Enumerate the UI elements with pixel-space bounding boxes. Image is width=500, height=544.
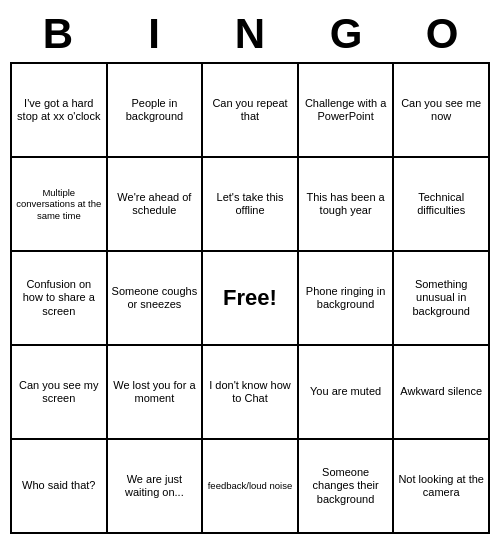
bingo-cell-14[interactable]: Something unusual in background: [394, 252, 490, 346]
bingo-cell-21[interactable]: We are just waiting on...: [108, 440, 204, 534]
bingo-cell-10[interactable]: Confusion on how to share a screen: [12, 252, 108, 346]
bingo-letter-o: O: [394, 10, 490, 58]
bingo-cell-24[interactable]: Not looking at the camera: [394, 440, 490, 534]
bingo-cell-15[interactable]: Can you see my screen: [12, 346, 108, 440]
bingo-letter-g: G: [298, 10, 394, 58]
bingo-letter-b: B: [10, 10, 106, 58]
bingo-cell-0[interactable]: I've got a hard stop at xx o'clock: [12, 64, 108, 158]
bingo-cell-12[interactable]: Free!: [203, 252, 299, 346]
bingo-cell-3[interactable]: Challenge with a PowerPoint: [299, 64, 395, 158]
bingo-cell-7[interactable]: Let's take this offline: [203, 158, 299, 252]
bingo-cell-22[interactable]: feedback/loud noise: [203, 440, 299, 534]
bingo-cell-9[interactable]: Technical difficulties: [394, 158, 490, 252]
bingo-cell-11[interactable]: Someone coughs or sneezes: [108, 252, 204, 346]
bingo-cell-4[interactable]: Can you see me now: [394, 64, 490, 158]
bingo-cell-16[interactable]: We lost you for a moment: [108, 346, 204, 440]
bingo-letter-i: I: [106, 10, 202, 58]
bingo-cell-5[interactable]: Multiple conversations at the same time: [12, 158, 108, 252]
bingo-cell-8[interactable]: This has been a tough year: [299, 158, 395, 252]
bingo-cell-6[interactable]: We're ahead of schedule: [108, 158, 204, 252]
bingo-title: BINGO: [10, 10, 490, 58]
bingo-cell-17[interactable]: I don't know how to Chat: [203, 346, 299, 440]
bingo-grid: I've got a hard stop at xx o'clockPeople…: [10, 62, 490, 534]
bingo-cell-23[interactable]: Someone changes their background: [299, 440, 395, 534]
bingo-cell-18[interactable]: You are muted: [299, 346, 395, 440]
bingo-cell-2[interactable]: Can you repeat that: [203, 64, 299, 158]
bingo-letter-n: N: [202, 10, 298, 58]
bingo-cell-13[interactable]: Phone ringing in background: [299, 252, 395, 346]
bingo-cell-19[interactable]: Awkward silence: [394, 346, 490, 440]
bingo-cell-20[interactable]: Who said that?: [12, 440, 108, 534]
bingo-cell-1[interactable]: People in background: [108, 64, 204, 158]
